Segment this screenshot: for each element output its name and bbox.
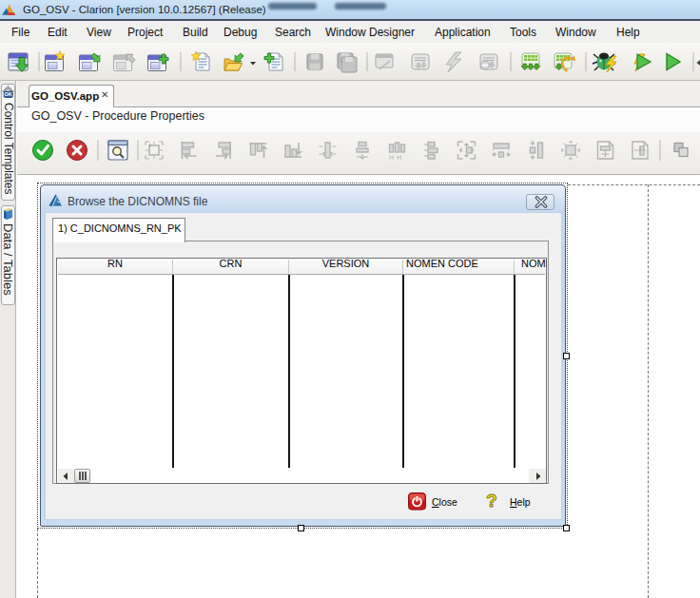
svg-text:H: H xyxy=(397,154,401,161)
svg-text:?: ? xyxy=(486,491,497,511)
svg-text:OK: OK xyxy=(5,91,12,97)
svg-text:H: H xyxy=(389,154,394,161)
